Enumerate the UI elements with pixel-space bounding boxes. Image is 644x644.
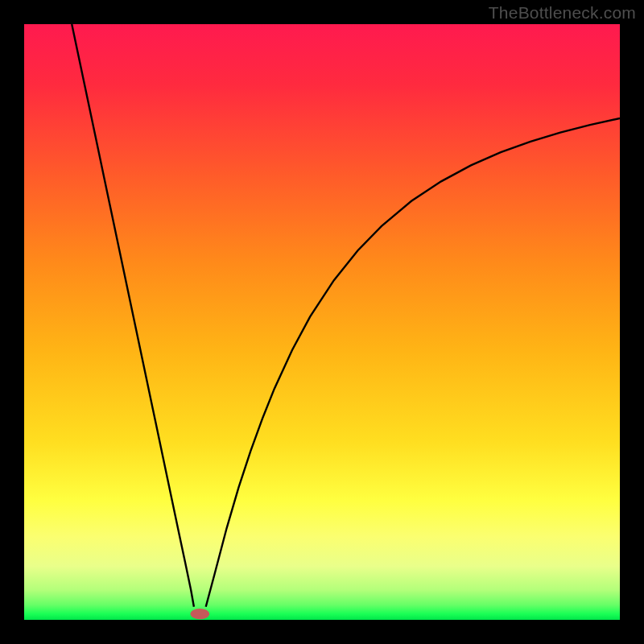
target-marker xyxy=(190,609,209,619)
chart-frame xyxy=(24,24,620,620)
bottleneck-chart xyxy=(24,24,620,620)
gradient-bg xyxy=(24,24,620,620)
watermark-label: TheBottleneck.com xyxy=(489,3,636,23)
